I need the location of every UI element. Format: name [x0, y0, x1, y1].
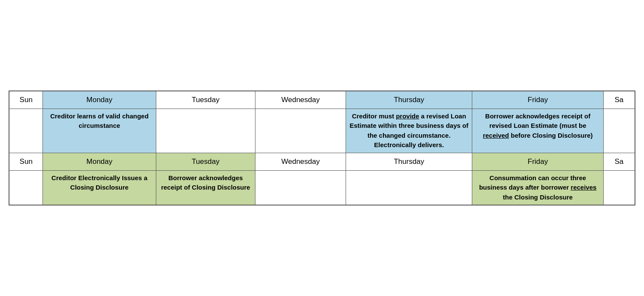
section2-mon-header: Monday: [43, 153, 156, 170]
section2-fri-header: Friday: [472, 153, 603, 170]
section2-tue-cell: Borrower acknowledges receipt of Closing…: [156, 170, 255, 205]
section2-thu-cell: [346, 170, 472, 205]
section1-mon-content: Creditor learns of valid changed circums…: [46, 112, 152, 131]
section1-fri-cell: Borrower acknowledges receipt of revised…: [472, 109, 603, 153]
section1-fri-pre: Borrower acknowledges receipt of revised…: [485, 112, 590, 130]
section1-mon-cell: Creditor learns of valid changed circums…: [43, 109, 156, 153]
section2-header-row: Sun Monday Tuesday Wednesday Thursday Fr…: [9, 153, 635, 170]
section2-fri-post: the Closing Disclosure: [503, 193, 573, 201]
section2-wed-header: Wednesday: [255, 153, 346, 170]
section1-thu-provide: provide: [396, 112, 419, 120]
schedule-table: Sun Monday Tuesday Wednesday Thursday Fr…: [9, 91, 635, 206]
section1-header-row: Sun Monday Tuesday Wednesday Thursday Fr…: [9, 91, 635, 109]
section1-tue-cell: [156, 109, 255, 153]
section1-tue-header: Tuesday: [156, 91, 255, 109]
section1-content-row: Creditor learns of valid changed circums…: [9, 109, 635, 153]
section2-content-row: Creditor Electronically Issues a Closing…: [9, 170, 635, 205]
calendar-wrapper: Sun Monday Tuesday Wednesday Thursday Fr…: [9, 91, 635, 206]
section2-tue-header: Tuesday: [156, 153, 255, 170]
section1-wed-cell: [255, 109, 346, 153]
section2-sun-header: Sun: [9, 153, 43, 170]
section1-thu-pre: Creditor must: [352, 112, 396, 120]
section2-sa-header: Sa: [603, 153, 635, 170]
section1-thu-content: Creditor must provide a revised Loan Est…: [349, 112, 469, 150]
section2-wed-cell: [255, 170, 346, 205]
section2-thu-header: Thursday: [346, 153, 472, 170]
section1-thu-header: Thursday: [346, 91, 472, 109]
section1-fri-header: Friday: [472, 91, 603, 109]
section2-mon-content: Creditor Electronically Issues a Closing…: [46, 173, 152, 193]
section1-fri-content: Borrower acknowledges receipt of revised…: [476, 112, 599, 141]
section1-sun-header: Sun: [9, 91, 43, 109]
section1-wed-header: Wednesday: [255, 91, 346, 109]
section1-sa-header: Sa: [603, 91, 635, 109]
section1-sun-cell: [9, 109, 43, 153]
section2-fri-cell: Consummation can occur three business da…: [472, 170, 603, 205]
section2-fri-content: Consummation can occur three business da…: [476, 173, 599, 202]
section2-sun-cell: [9, 170, 43, 205]
section1-thu-cell: Creditor must provide a revised Loan Est…: [346, 109, 472, 153]
section2-fri-receives: receives: [571, 184, 596, 191]
section2-fri-pre: Consummation can occur three business da…: [479, 174, 586, 191]
section2-mon-cell: Creditor Electronically Issues a Closing…: [43, 170, 156, 205]
section2-sa-cell: [603, 170, 635, 205]
section2-tue-content: Borrower acknowledges receipt of Closing…: [160, 173, 252, 193]
section1-fri-post: before Closing Disclosure): [509, 132, 593, 139]
section1-fri-received: received: [483, 132, 509, 139]
section1-sa-cell: [603, 109, 635, 153]
section1-mon-header: Monday: [43, 91, 156, 109]
